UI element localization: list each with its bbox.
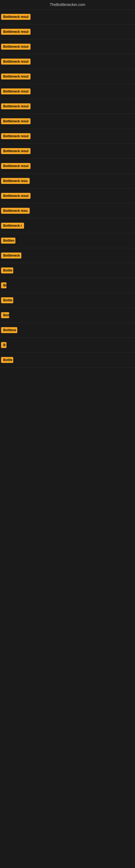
result-row[interactable]: Bottleneck r: [0, 218, 135, 233]
result-row[interactable]: Bottleneck resul: [0, 129, 135, 144]
result-row[interactable]: Bottleneck resul: [0, 99, 135, 114]
result-row[interactable]: Bottle: [0, 263, 135, 278]
bottleneck-badge[interactable]: Bo: [1, 282, 6, 288]
result-row[interactable]: Bottle: [0, 352, 135, 368]
result-row[interactable]: Bo: [0, 278, 135, 293]
bottleneck-badge[interactable]: Bottleneck resu: [1, 208, 30, 214]
result-row[interactable]: Bottleneck resu: [0, 204, 135, 218]
result-row[interactable]: Bottleneck resul: [0, 84, 135, 99]
result-row[interactable]: Bottleneck resul: [0, 114, 135, 129]
bottleneck-badge[interactable]: Bottle: [1, 297, 13, 303]
result-row[interactable]: B: [0, 338, 135, 352]
result-row[interactable]: Bottle: [0, 293, 135, 308]
result-row[interactable]: Bottleneck: [0, 248, 135, 263]
site-title-bar: TheBottlenecker.com: [0, 0, 135, 9]
bottleneck-badge[interactable]: Bottleneck resul: [1, 163, 31, 169]
results-list: Bottleneck resulBottleneck resulBottlene…: [0, 9, 135, 368]
result-row[interactable]: Bottleneck resul: [0, 159, 135, 174]
bottleneck-badge[interactable]: Bottleneck resul: [1, 193, 31, 199]
bottleneck-badge[interactable]: Bottle: [1, 268, 13, 273]
bottleneck-badge[interactable]: Bottleneck resul: [1, 148, 31, 154]
bottleneck-badge[interactable]: Bottleneck resul: [1, 44, 31, 50]
bottleneck-badge[interactable]: Bottleneck resul: [1, 88, 31, 94]
bottleneck-badge[interactable]: Bottleneck r: [1, 223, 24, 229]
result-row[interactable]: Bottleneck resu: [0, 174, 135, 188]
bottleneck-badge[interactable]: Bottleneck resul: [1, 29, 31, 35]
result-row[interactable]: Bottleneck resul: [0, 69, 135, 84]
result-row[interactable]: Bottlene: [0, 323, 135, 338]
bottleneck-badge[interactable]: Bottlen: [1, 238, 15, 244]
result-row[interactable]: Bottleneck resul: [0, 54, 135, 69]
bottleneck-badge[interactable]: Bottle: [1, 357, 13, 363]
site-title: TheBottlenecker.com: [50, 0, 85, 9]
bottleneck-badge[interactable]: Bottleneck resu: [1, 178, 30, 184]
result-row[interactable]: Bottleneck resul: [0, 39, 135, 54]
bottleneck-badge[interactable]: Bottleneck resul: [1, 133, 31, 139]
bottleneck-badge[interactable]: Bottleneck resul: [1, 73, 31, 80]
bottleneck-badge[interactable]: Bottleneck resul: [1, 59, 31, 65]
result-row[interactable]: Bottleneck resul: [0, 188, 135, 204]
result-row[interactable]: Bottleneck resul: [0, 144, 135, 159]
result-row[interactable]: Bottlen: [0, 233, 135, 248]
result-row[interactable]: Bottleneck resul: [0, 24, 135, 39]
bottleneck-badge[interactable]: Bottleneck resul: [1, 103, 31, 109]
bottleneck-badge[interactable]: Bottleneck resul: [1, 14, 31, 20]
bottleneck-badge[interactable]: Bottlene: [1, 327, 17, 333]
result-row[interactable]: Bott: [0, 308, 135, 323]
bottleneck-badge[interactable]: Bottleneck resul: [1, 118, 31, 124]
result-row[interactable]: Bottleneck resul: [0, 9, 135, 24]
bottleneck-badge[interactable]: B: [1, 342, 6, 348]
bottleneck-badge[interactable]: Bottleneck: [1, 252, 21, 258]
bottleneck-badge[interactable]: Bott: [1, 312, 9, 318]
